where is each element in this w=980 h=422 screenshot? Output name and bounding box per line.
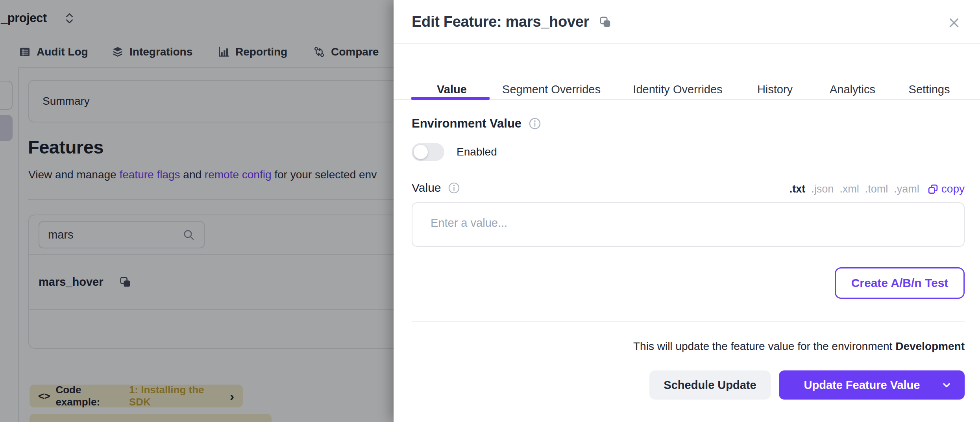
format-option-txt[interactable]: .txt <box>790 183 806 195</box>
enabled-toggle[interactable] <box>412 143 444 161</box>
schedule-update-button[interactable]: Schedule Update <box>649 370 771 400</box>
toggle-label: Enabled <box>457 146 497 158</box>
drawer-title: Edit Feature: mars_hover <box>412 13 589 30</box>
enabled-toggle-row: Enabled <box>412 143 497 161</box>
tab-analytics[interactable]: Analytics <box>830 80 875 98</box>
active-tab-indicator <box>411 97 490 100</box>
edit-feature-drawer: Edit Feature: mars_hover Value Segment O… <box>394 0 980 422</box>
format-option-xml[interactable]: .xml <box>839 183 859 195</box>
toggle-knob <box>414 145 428 159</box>
info-icon[interactable] <box>529 117 541 130</box>
tab-settings[interactable]: Settings <box>909 80 950 98</box>
close-button[interactable] <box>945 14 963 31</box>
drawer-actions: Schedule Update Update Feature Value <box>649 370 965 400</box>
environment-value-section: Environment Value <box>412 117 541 131</box>
drawer-header: Edit Feature: mars_hover <box>412 13 612 30</box>
environment-name: Development <box>895 340 965 352</box>
note-text: This will update the feature value for t… <box>633 340 895 352</box>
copy-label: copy <box>941 183 965 195</box>
footer-divider <box>412 321 965 322</box>
tab-segment-overrides[interactable]: Segment Overrides <box>502 80 601 98</box>
tab-history[interactable]: History <box>757 80 793 98</box>
format-option-toml[interactable]: .toml <box>865 183 888 195</box>
update-button-label: Update Feature Value <box>804 379 920 391</box>
update-note: This will update the feature value for t… <box>633 340 965 353</box>
copy-icon[interactable] <box>599 15 612 29</box>
value-label-row: Value <box>412 181 460 194</box>
copy-icon <box>928 184 938 194</box>
format-option-yaml[interactable]: .yaml <box>894 183 919 195</box>
app-window: _project Audit Log Integrations Reportin… <box>0 0 980 422</box>
drawer-header-divider <box>394 43 980 44</box>
value-format-selector: .txt .json .xml .toml .yaml copy <box>790 183 965 195</box>
value-textarea[interactable] <box>412 202 965 247</box>
tab-identity-overrides[interactable]: Identity Overrides <box>633 80 722 98</box>
info-icon[interactable] <box>448 182 460 194</box>
chevron-down-icon <box>942 381 951 390</box>
environment-value-heading: Environment Value <box>412 117 521 131</box>
format-option-json[interactable]: .json <box>811 183 834 195</box>
tab-value[interactable]: Value <box>437 80 467 98</box>
update-feature-value-button[interactable]: Update Feature Value <box>779 370 965 400</box>
value-label: Value <box>412 181 441 194</box>
copy-value-button[interactable]: copy <box>928 183 965 195</box>
create-ab-test-button[interactable]: Create A/B/n Test <box>835 267 965 299</box>
close-icon <box>948 17 960 29</box>
